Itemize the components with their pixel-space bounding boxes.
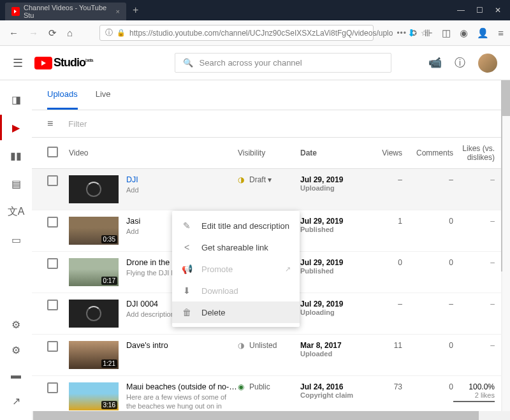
row-checkbox[interactable]: [47, 300, 58, 310]
video-thumbnail[interactable]: 3:16: [69, 382, 119, 410]
page-actions-icon[interactable]: •••: [397, 29, 407, 38]
close-button[interactable]: ✕: [495, 6, 501, 15]
col-video[interactable]: Video: [69, 148, 238, 157]
col-views[interactable]: Views: [363, 148, 402, 157]
date-cell: Jul 29, 2019Uploading: [300, 300, 363, 328]
select-all-checkbox[interactable]: [47, 147, 58, 157]
date-cell: Jul 29, 2019Published: [300, 258, 363, 286]
col-likes[interactable]: Likes (vs. dislikes): [453, 144, 495, 162]
duration-badge: 0:17: [101, 277, 117, 285]
filter-input[interactable]: Filter: [68, 119, 87, 129]
video-thumbnail[interactable]: 0:35: [69, 217, 119, 245]
download-icon: ⬇: [181, 286, 193, 296]
new-tab-button[interactable]: +: [133, 4, 138, 16]
video-title[interactable]: Maui beaches (outside of no-fly zon: [126, 382, 238, 391]
youtube-icon: [34, 57, 52, 69]
views-cell: 0: [363, 258, 402, 286]
downloads-icon[interactable]: ⬇: [407, 27, 416, 39]
sidebar-feedback[interactable]: ▬: [0, 363, 32, 388]
tab-live[interactable]: Live: [96, 80, 111, 110]
sidebar-other[interactable]: ▭: [0, 227, 32, 252]
maximize-button[interactable]: ☐: [476, 6, 483, 15]
duration-badge: 3:16: [101, 401, 117, 409]
visibility-cell[interactable]: ◑Unlisted: [238, 341, 300, 369]
address-bar[interactable]: ⓘ 🔒 https://studio.youtube.com/channel/U…: [99, 25, 374, 41]
date-cell: Jul 29, 2019Published: [300, 217, 363, 245]
sidebar-comments[interactable]: ▤: [0, 171, 32, 196]
sidebar-creator-classic[interactable]: ↗: [0, 388, 32, 414]
views-cell: –: [363, 175, 402, 203]
help-button[interactable]: ⓘ: [455, 55, 465, 70]
duration-badge: 1:21: [101, 359, 117, 368]
trash-icon: 🗑: [181, 307, 193, 317]
tab-uploads[interactable]: Uploads: [47, 80, 78, 110]
video-row[interactable]: 1:21 Dave's intro ◑Unlisted Mar 8, 2017U…: [32, 335, 510, 376]
comments-cell: –: [402, 175, 453, 203]
comments-cell: 0: [402, 341, 453, 369]
menu-icon[interactable]: ≡: [498, 27, 504, 39]
back-button[interactable]: ←: [6, 25, 21, 41]
video-title[interactable]: DJI: [126, 175, 238, 184]
search-input[interactable]: 🔍 Search across your channel: [175, 53, 391, 73]
menu-download: ⬇Download: [172, 280, 300, 301]
video-thumbnail[interactable]: 1:21: [69, 341, 119, 369]
video-thumbnail[interactable]: [69, 300, 119, 328]
account-avatar[interactable]: [478, 54, 497, 73]
row-checkbox[interactable]: [47, 382, 58, 393]
youtube-favicon: [11, 7, 20, 16]
video-row[interactable]: DJI Add ◑Draft ▾ Jul 29, 2019Uploading –…: [32, 169, 510, 210]
megaphone-icon: 📢: [181, 264, 193, 274]
inner-scrollbar[interactable]: [502, 116, 510, 411]
row-checkbox[interactable]: [47, 217, 58, 228]
sidebar-dashboard[interactable]: ◨: [0, 87, 32, 112]
sidebar-analytics[interactable]: ▮▮: [0, 143, 32, 168]
containers-icon[interactable]: ◉: [460, 27, 468, 39]
likes-cell: –: [453, 175, 495, 203]
browser-tab[interactable]: Channel Videos - YouTube Stu ×: [5, 3, 126, 20]
col-date[interactable]: Date: [300, 148, 363, 157]
url-text: https://studio.youtube.com/channel/UCJnz…: [129, 29, 393, 38]
menu-promote: 📢Promote↗: [172, 258, 300, 280]
forward-button[interactable]: →: [26, 25, 41, 41]
col-comments[interactable]: Comments: [402, 148, 453, 157]
row-checkbox[interactable]: [47, 341, 58, 352]
row-checkbox[interactable]: [47, 175, 58, 186]
library-icon[interactable]: ⊪: [425, 27, 433, 39]
visibility-cell[interactable]: ◉Public: [238, 382, 300, 410]
menu-delete[interactable]: 🗑Delete: [172, 301, 300, 323]
horizontal-scrollbar[interactable]: [32, 411, 501, 420]
comments-cell: 0: [402, 217, 453, 245]
filter-icon[interactable]: ≡: [47, 118, 53, 129]
visibility-cell[interactable]: ◑Draft ▾: [238, 175, 300, 203]
studio-logo[interactable]: Studiobeta: [34, 56, 93, 69]
sidebar-whatsnew[interactable]: ⚙: [0, 337, 32, 363]
browser-titlebar: Channel Videos - YouTube Stu × + — ☐ ✕: [0, 0, 510, 20]
video-title[interactable]: Dave's intro: [126, 341, 238, 350]
home-button[interactable]: ⌂: [64, 25, 75, 41]
duration-badge: 0:35: [101, 235, 117, 243]
tab-close-icon[interactable]: ×: [116, 8, 120, 15]
profile-icon[interactable]: 👤: [477, 27, 489, 39]
menu-edit[interactable]: ✎Edit title and description: [172, 215, 300, 236]
sidebar-icon[interactable]: ◫: [442, 27, 451, 39]
row-checkbox[interactable]: [47, 258, 58, 269]
lock-icon: 🔒: [117, 29, 126, 37]
sidebar-settings[interactable]: ⚙: [0, 312, 32, 337]
table-header: Video Visibility Date Views Comments Lik…: [32, 138, 510, 169]
create-video-button[interactable]: 📹: [428, 56, 442, 69]
video-thumbnail[interactable]: [69, 175, 119, 203]
sidebar-videos[interactable]: ▶: [0, 115, 32, 140]
search-icon: 🔍: [183, 58, 193, 68]
sidebar-translations[interactable]: 文A: [0, 199, 32, 224]
views-cell: 1: [363, 217, 402, 245]
context-menu: ✎Edit title and description <Get shareab…: [172, 211, 300, 327]
video-thumbnail[interactable]: 0:17: [69, 258, 119, 286]
views-cell: 11: [363, 341, 402, 369]
views-cell: 73: [363, 382, 402, 410]
minimize-button[interactable]: —: [457, 6, 465, 15]
reload-button[interactable]: ⟳: [46, 25, 59, 41]
col-visibility[interactable]: Visibility: [238, 148, 300, 157]
menu-share[interactable]: <Get shareable link: [172, 236, 300, 258]
likes-cell: –: [453, 217, 495, 245]
hamburger-menu[interactable]: ☰: [13, 56, 23, 70]
